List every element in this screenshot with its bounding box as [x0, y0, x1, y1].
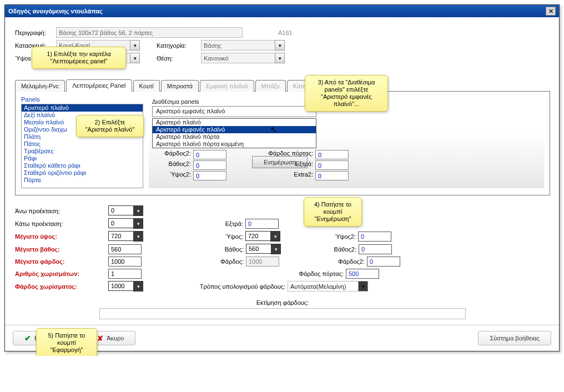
katw-label: Κάτω προέκταση:	[15, 220, 108, 227]
anw-label: Άνω προέκταση:	[15, 208, 108, 214]
list-item[interactable]: Αριστερό πλαϊνό	[22, 104, 143, 112]
chevron-down-icon[interactable]	[275, 40, 285, 51]
chevron-down-icon[interactable]	[130, 40, 140, 51]
window-title: Οδηγός ανοιγόμενης ντουλάπας	[8, 5, 103, 17]
titlebar: Οδηγός ανοιγόμενης ντουλάπας ✕	[5, 5, 559, 17]
perigrafi-input[interactable]	[56, 27, 243, 38]
fardosportas-input[interactable]	[315, 150, 349, 159]
fardos-label: Φάρδος:	[202, 258, 246, 265]
callout-5: 5) Πατήστε το κουμπί "Εφαρμογή"	[36, 328, 97, 356]
code-label: A161	[278, 29, 293, 36]
fardosportas-label: Φάρδος πόρτας:	[279, 270, 346, 277]
chevron-down-icon[interactable]	[133, 281, 143, 292]
extra-label: Εξτρά:	[201, 220, 245, 227]
thesi-select[interactable]	[201, 53, 275, 63]
maxvath-input[interactable]	[108, 244, 142, 254]
ypsos-label: Ύψος:	[201, 233, 245, 240]
cross-icon: ✘	[97, 334, 103, 343]
vathos2-input[interactable]	[193, 160, 226, 170]
katigoria-label: Κατηγορία:	[157, 42, 198, 49]
ypsos-select[interactable]	[245, 231, 271, 241]
chevron-down-icon[interactable]	[130, 53, 140, 63]
fardos2-input[interactable]	[193, 150, 226, 159]
ypsos2-lower-input[interactable]	[358, 232, 391, 242]
thesi-label: Θέση:	[157, 55, 198, 62]
list-item[interactable]: Πάτος	[22, 140, 143, 148]
fardos2-label: Φάρδος2:	[152, 150, 193, 159]
dropdown-item[interactable]: Αριστερό πλαϊνό	[153, 119, 316, 126]
chevron-down-icon[interactable]	[133, 231, 143, 242]
extra-label: Εξτρά:	[226, 160, 315, 170]
vathos2-label: Βάθος2:	[314, 246, 359, 253]
dropdown-item[interactable]: Αριστερό πλαϊνό πόρτα κομμένη	[153, 140, 316, 148]
ypsos2-label: Ύψος2:	[152, 171, 193, 180]
tab-melamini[interactable]: Μελαμίνη-Pvc	[15, 80, 65, 92]
help-button[interactable]: Σύστημα βοήθειας	[478, 331, 551, 345]
ypsos2-label: Ύψος2:	[314, 233, 358, 240]
maxfard-label: Μέγιστο φάρδος:	[15, 258, 108, 265]
extra2-input[interactable]	[315, 171, 349, 180]
maxyps-select[interactable]	[108, 231, 134, 241]
extra-input[interactable]	[315, 160, 349, 170]
fardxor-label: Φάρδος χωρίσματος:	[15, 283, 108, 290]
chevron-down-icon[interactable]	[270, 231, 280, 242]
dropdown-item[interactable]: Αριστερό πλαϊνό πόρτα	[153, 133, 316, 140]
fardxor-select[interactable]	[108, 281, 134, 291]
extra-lower-input[interactable]	[245, 219, 279, 229]
maxfard-input[interactable]	[108, 257, 142, 267]
callout-4: 4) Πατήστε το κουμπί "Ενημέρωση"	[304, 197, 362, 227]
katigoria-select[interactable]	[201, 40, 275, 51]
ektimisi-input[interactable]	[99, 308, 466, 319]
list-item[interactable]: Τραβέρσες	[22, 148, 143, 155]
perigrafi-label: Περιγραφή:	[15, 29, 53, 36]
ypsos2-input[interactable]	[193, 171, 226, 180]
callout-1: 1) Επιλέξτε την καρτέλα "Λεπτομέρειες pa…	[32, 47, 126, 69]
anw-select[interactable]	[108, 205, 134, 215]
available-combobox[interactable]: Αριστερό εμφανές πλαϊνό	[152, 106, 316, 117]
arithxor-label: Αριθμός χωρισμάτων:	[15, 270, 108, 277]
katw-select[interactable]	[108, 218, 134, 228]
chevron-down-icon[interactable]	[358, 281, 368, 292]
tab-emfani: Εμφανή πλαϊνά	[200, 80, 254, 92]
check-icon: ✔	[24, 334, 31, 343]
vathos2-label: Βάθος2:	[152, 160, 193, 170]
chevron-down-icon[interactable]	[271, 244, 281, 254]
chevron-down-icon[interactable]	[133, 218, 143, 229]
list-item[interactable]: Σταθερό οριζόντιο ράφι	[22, 169, 143, 177]
tab-mprosta[interactable]: Μπροστά	[161, 80, 199, 92]
tropos-label: Τρόπος υπολογισμού φάρδους:	[171, 283, 288, 290]
vathos-label: Βάθος:	[202, 246, 246, 253]
dropdown-item[interactable]: Αριστερό εμφανές πλαϊνό	[153, 126, 316, 133]
fardosportas-label: Φάρδος πόρτας:	[226, 150, 315, 159]
arithxor-input[interactable]	[108, 269, 142, 279]
list-item[interactable]: Ράφι	[22, 155, 143, 162]
tropos-select[interactable]	[288, 281, 359, 292]
extra2-label: Extra2:	[226, 171, 315, 180]
close-icon[interactable]: ✕	[546, 7, 556, 16]
fardos-lower-input	[246, 257, 279, 267]
tab-leptomeries[interactable]: Λεπτομέρειες Panel	[66, 79, 132, 92]
chevron-down-icon[interactable]	[133, 205, 143, 216]
callout-3: 3) Από τα "Διαθέσιμα panels" επιλέξτε "Α…	[305, 75, 388, 112]
available-dropdown[interactable]: Αριστερό πλαϊνό Αριστερό εμφανές πλαϊνό …	[152, 118, 316, 148]
tab-kouti[interactable]: Κουτί	[133, 80, 160, 92]
list-item[interactable]: Πόρτα	[22, 177, 143, 184]
tabrow: Μελαμίνη-Pvc Λεπτομέρειες Panel Κουτί Μπ…	[15, 79, 550, 92]
fardos2-label: Φάρδος2:	[323, 258, 367, 265]
maxvath-label: Μέγιστο βάθος:	[15, 246, 108, 253]
callout-2: 2) Επιλέξτε "Αριστερό πλαϊνό"	[76, 115, 144, 137]
maxyps-label: Μέγιστο ύψος:	[15, 233, 108, 240]
chevron-down-icon[interactable]	[275, 53, 285, 63]
tab-mpazo: Μπάζο	[255, 80, 286, 92]
ektimisi-label: Εκτίμηση φάρδους:	[15, 299, 550, 306]
fardosportas-lower-input[interactable]	[346, 269, 379, 279]
panels-title: Panels	[21, 96, 143, 103]
vathos2-lower-input[interactable]	[359, 244, 392, 254]
list-item[interactable]: Σταθερό κάθετο ράφι	[22, 162, 143, 169]
vathos-select[interactable]	[246, 244, 271, 254]
fardos2-lower-input[interactable]	[367, 257, 400, 267]
